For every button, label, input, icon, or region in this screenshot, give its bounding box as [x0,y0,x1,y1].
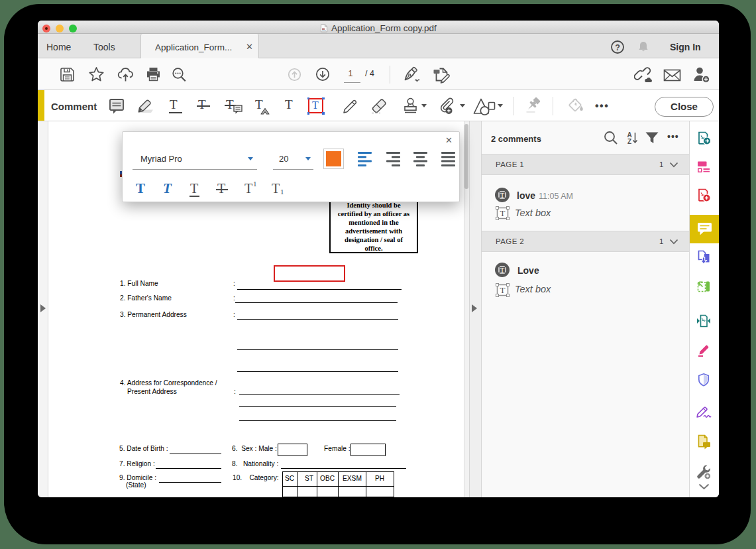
svg-text:A: A [627,131,631,139]
svg-text:T: T [500,285,506,295]
svg-text:Z: Z [627,138,631,145]
svg-text:T: T [500,208,506,218]
svg-text:T: T [500,192,504,199]
svg-text:T: T [500,267,504,274]
svg-text:?: ? [615,43,620,52]
